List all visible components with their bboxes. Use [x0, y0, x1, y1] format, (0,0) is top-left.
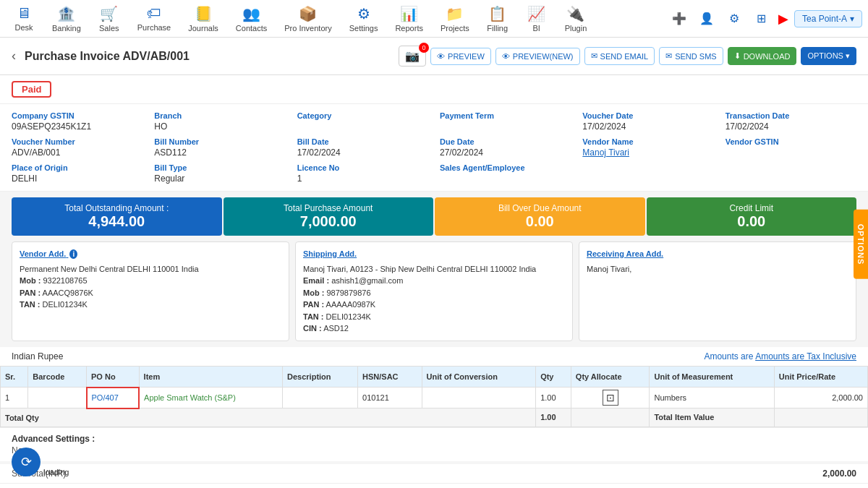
reports-icon: 📊	[400, 5, 418, 22]
due-date-field: Due Date 27/02/2024	[440, 137, 571, 158]
journals-icon: 📒	[195, 5, 213, 22]
company-gstin-value: 09ASEPQ2345K1Z1	[12, 121, 142, 132]
due-date-value: 27/02/2024	[440, 147, 571, 158]
col-unit-price: Unit Price/Rate	[774, 366, 867, 388]
nav-label-contacts: Contacts	[236, 24, 267, 33]
nav-item-settings[interactable]: ⚙ Settings	[342, 2, 386, 35]
credit-label: Credit Limit	[729, 203, 773, 213]
info-icon: i	[69, 249, 77, 259]
total-qty-label: Total Qty	[1, 408, 536, 427]
col-barcode: Barcode	[28, 366, 87, 388]
nav-item-banking[interactable]: 🏦 Banking	[45, 2, 88, 35]
sales-agent-label: Sales Agent/Employee	[440, 163, 571, 172]
table-section: Indian Rupee Amounts are Amounts are Tax…	[0, 347, 868, 427]
shipping-cin: CIN : ASD12	[303, 322, 565, 335]
total-item-value	[774, 408, 867, 427]
preview-button[interactable]: 👁 PREVIEW	[430, 48, 491, 65]
col-unit-conversion: Unit of Conversion	[422, 366, 536, 388]
download-icon: ⬇	[734, 51, 741, 61]
external-link-icon[interactable]: ⊡	[603, 390, 618, 406]
nav-item-purchase[interactable]: 🏷 Purchase	[130, 2, 178, 35]
table-scroll-container[interactable]: Sr. Barcode PO No Item Description HSN/S…	[0, 366, 868, 427]
voucher-date-label: Voucher Date	[582, 111, 713, 120]
licence-no-value: 1	[297, 174, 428, 184]
purchase-value: 7,000.00	[300, 213, 357, 230]
voucher-date-value: 17/02/2024	[582, 121, 713, 132]
add-button[interactable]: ➕	[668, 8, 690, 30]
rounding-row: Rounding Amount(INR) 0.00	[0, 484, 868, 489]
user-icon-button[interactable]: 👤	[696, 8, 718, 30]
cell-qty-allocate[interactable]: ⊡	[571, 388, 650, 408]
nav-item-pro-inventory[interactable]: 📦 Pro Inventory	[277, 2, 339, 35]
company-selector[interactable]: Tea Point-A ▾	[794, 10, 862, 27]
nav-label-bi: BI	[533, 24, 540, 33]
filling-icon: 📋	[488, 5, 506, 22]
transaction-date-label: Transaction Date	[726, 111, 856, 120]
total-row: Total Qty 1.00 Total Item Value	[1, 408, 868, 427]
nav-item-plugin[interactable]: 🔌 Plugin	[558, 2, 595, 35]
cell-item[interactable]: Apple Smart Watch (S&P)	[139, 388, 282, 408]
back-button[interactable]: ‹	[12, 48, 16, 64]
send-sms-button[interactable]: ✉ SEND SMS	[659, 47, 723, 65]
purchase-amount-box: Total Purchase Amount 7,000.00	[224, 197, 434, 236]
chevron-down-icon: ▾	[850, 14, 854, 24]
vendor-name-label: Vendor Name	[582, 137, 713, 146]
cell-unit-conversion	[422, 388, 536, 408]
payment-term-label: Payment Term	[440, 111, 571, 120]
branch-field: Branch HO	[154, 111, 285, 132]
nav-label-settings: Settings	[349, 24, 378, 33]
cell-po-no[interactable]: PO/407	[87, 388, 140, 408]
nav-item-projects[interactable]: 📁 Projects	[433, 2, 477, 35]
nav-label-pro-inventory: Pro Inventory	[284, 24, 331, 33]
sales-agent-value	[440, 174, 571, 184]
grid-button[interactable]: ⊞	[751, 8, 773, 30]
bill-date-field: Bill Date 17/02/2024	[297, 137, 428, 158]
options-button[interactable]: OPTIONS ▾	[801, 47, 856, 65]
vendor-gstin-label: Vendor GSTIN	[726, 137, 856, 146]
receiving-add-title[interactable]: Receiving Area Add.	[587, 248, 848, 260]
voucher-number-field: Voucher Number ADV/AB/001	[12, 137, 142, 158]
shipping-add-title[interactable]: Shipping Add.	[303, 248, 565, 260]
shipping-address-card: Shipping Add. Manoj Tivari, A0123 - Ship…	[295, 241, 573, 341]
send-email-button[interactable]: ✉ SEND EMAIL	[584, 47, 655, 65]
loading-button[interactable]: ⟳	[12, 448, 41, 476]
company-gstin-field: Company GSTIN 09ASEPQ2345K1Z1	[12, 111, 142, 132]
download-button[interactable]: ⬇ DOWNLOAD	[728, 47, 797, 65]
company-name: Tea Point-A	[802, 14, 847, 24]
vendor-name-value[interactable]: Manoj Tivari	[582, 147, 713, 158]
status-section: Paid	[0, 75, 868, 104]
nav-item-contacts[interactable]: 👥 Contacts	[229, 2, 274, 35]
purchase-label: Total Purchase Amount	[284, 203, 373, 213]
purchase-icon: 🏷	[147, 5, 161, 22]
col-qty: Qty	[536, 366, 571, 388]
nav-label-reports: Reports	[395, 24, 423, 33]
gear-button[interactable]: ⚙	[723, 8, 745, 30]
vendor-name-field: Vendor Name Manoj Tivari	[582, 137, 713, 158]
bill-type-value: Regular	[154, 174, 285, 184]
nav-item-desk[interactable]: 🖥 Desk	[6, 2, 42, 35]
col-uom: Unit of Measurement	[650, 366, 774, 388]
notification-badge-container: 📷 0	[399, 46, 426, 67]
form-section: Company GSTIN 09ASEPQ2345K1Z1 Branch HO …	[0, 104, 868, 192]
place-of-origin-value: DELHI	[12, 174, 142, 184]
vendor-gstin-field: Vendor GSTIN	[726, 137, 856, 158]
voucher-date-field: Voucher Date 17/02/2024	[582, 111, 713, 132]
bill-date-value: 17/02/2024	[297, 147, 428, 158]
advanced-settings-value: None	[12, 445, 856, 455]
nav-item-filling[interactable]: 📋 Filling	[480, 2, 516, 35]
nav-item-reports[interactable]: 📊 Reports	[388, 2, 430, 35]
options-side-tab[interactable]: OPTIONS	[854, 209, 868, 279]
nav-item-sales[interactable]: 🛒 Sales	[91, 2, 127, 35]
vendor-pan: PAN : AAACQ9876K	[20, 287, 281, 299]
nav-item-bi[interactable]: 📈 BI	[519, 2, 555, 35]
vendor-tan: TAN : DELI01234K	[20, 299, 281, 311]
category-field: Category	[297, 111, 428, 132]
preview-new-button[interactable]: 👁 PREVIEW(NEW)	[495, 48, 580, 65]
nav-item-journals[interactable]: 📒 Journals	[181, 2, 226, 35]
options-side-container: OPTIONS	[854, 209, 868, 279]
vendor-add-title[interactable]: Vendor Add. i	[20, 248, 281, 260]
due-date-label: Due Date	[440, 137, 571, 146]
branch-value: HO	[154, 121, 285, 132]
advanced-settings-section: Advanced Settings : None	[0, 427, 868, 461]
sub-header-actions: 📷 0 👁 PREVIEW 👁 PREVIEW(NEW) ✉ SEND EMAI…	[399, 46, 856, 67]
